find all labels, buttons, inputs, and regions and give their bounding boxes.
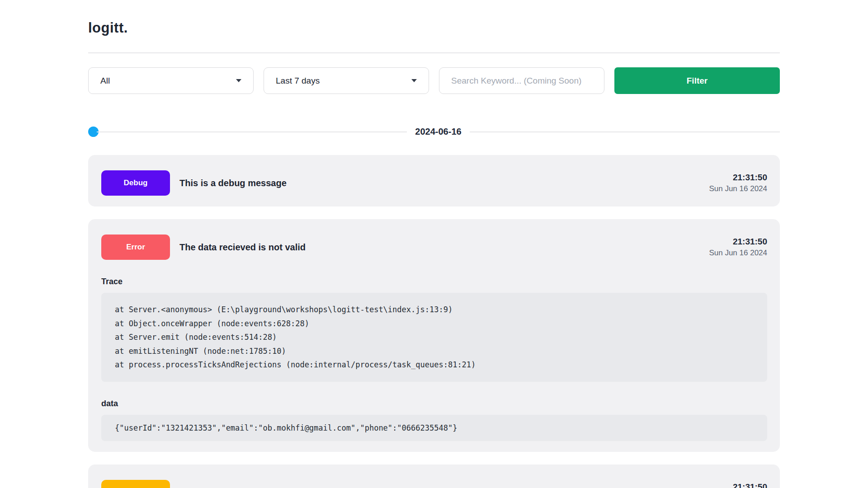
log-time: 21:31:50 xyxy=(709,237,767,247)
log-time: 21:31:50 xyxy=(709,173,767,183)
chevron-down-icon xyxy=(236,79,241,82)
filter-bar: All Last 7 days Filter xyxy=(88,67,780,94)
filter-button[interactable]: Filter xyxy=(614,67,780,94)
log-card-header: Error The data recieved is not valid 21:… xyxy=(101,235,767,260)
log-level-badge: Error xyxy=(101,235,170,260)
log-date: Sun Jun 16 2024 xyxy=(709,184,767,193)
log-type-select-value: All xyxy=(100,76,110,86)
search-input[interactable] xyxy=(439,67,604,94)
code-block: {"userId":"1321421353","email":"ob.mokhf… xyxy=(101,415,767,441)
log-card: Error The data recieved is not valid 21:… xyxy=(88,219,780,452)
log-card: Warning The user is trying to create an … xyxy=(88,465,780,488)
header: logitt. xyxy=(88,20,780,36)
timeline-line xyxy=(97,131,407,132)
log-message: The data recieved is not valid xyxy=(179,242,306,253)
date-range-select-value: Last 7 days xyxy=(276,76,320,86)
log-card-header: Debug This is a debug message 21:31:50 S… xyxy=(101,170,767,196)
section-label: Trace xyxy=(101,277,767,286)
log-time: 21:31:50 xyxy=(709,482,767,488)
log-card: Debug This is a debug message 21:31:50 S… xyxy=(88,155,780,206)
log-timestamp: 21:31:50 Sun Jun 16 2024 xyxy=(709,237,767,258)
log-level-badge: Debug xyxy=(101,170,170,196)
timeline: 2024-06-16 xyxy=(88,127,780,137)
header-divider xyxy=(88,52,780,53)
log-card-header: Warning The user is trying to create an … xyxy=(101,480,767,488)
app-logo: logitt. xyxy=(88,20,780,36)
log-list: Debug This is a debug message 21:31:50 S… xyxy=(88,155,780,488)
code-block: at Server.<anonymous> (E:\playground\wor… xyxy=(101,293,767,382)
log-timestamp: 21:31:50 Sun Jun 16 2024 xyxy=(709,173,767,193)
log-timestamp: 21:31:50 Sun Jun 16 2024 xyxy=(709,482,767,488)
timeline-date: 2024-06-16 xyxy=(415,127,461,137)
log-sections: Traceat Server.<anonymous> (E:\playgroun… xyxy=(101,277,767,441)
date-range-select[interactable]: Last 7 days xyxy=(264,67,429,94)
timeline-line xyxy=(470,131,780,132)
section-label: data xyxy=(101,399,767,408)
log-type-select[interactable]: All xyxy=(88,67,254,94)
chevron-down-icon xyxy=(411,79,417,82)
log-date: Sun Jun 16 2024 xyxy=(709,249,767,258)
log-message: This is a debug message xyxy=(179,178,287,188)
page: logitt. All Last 7 days Filter 2024-06-1… xyxy=(88,0,780,488)
log-level-badge: Warning xyxy=(101,480,170,488)
